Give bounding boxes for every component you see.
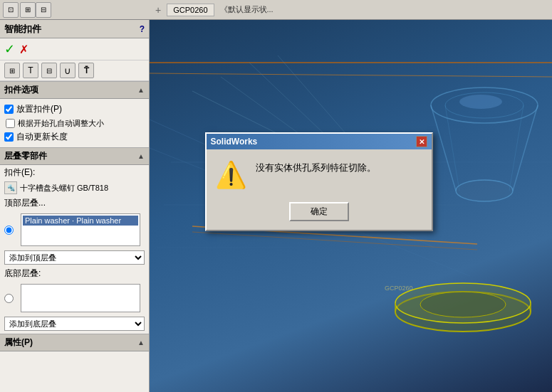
modal-message: 没有实体供孔系列特征切除。 bbox=[256, 161, 423, 175]
modal-body: ⚠️ 没有实体供孔系列特征切除。 bbox=[207, 149, 432, 196]
modal-footer: 确定 bbox=[207, 196, 432, 230]
modal-title: SolidWorks bbox=[211, 137, 258, 147]
modal-overlay: SolidWorks ✕ ⚠️ 没有实体供孔系列特征切除。 确定 bbox=[0, 0, 552, 392]
modal-close-button[interactable]: ✕ bbox=[416, 136, 427, 147]
modal-ok-button[interactable]: 确定 bbox=[289, 202, 349, 221]
modal-dialog: SolidWorks ✕ ⚠️ 没有实体供孔系列特征切除。 确定 bbox=[205, 132, 433, 231]
modal-titlebar: SolidWorks ✕ bbox=[207, 134, 432, 149]
warning-icon: ⚠️ bbox=[215, 162, 247, 188]
